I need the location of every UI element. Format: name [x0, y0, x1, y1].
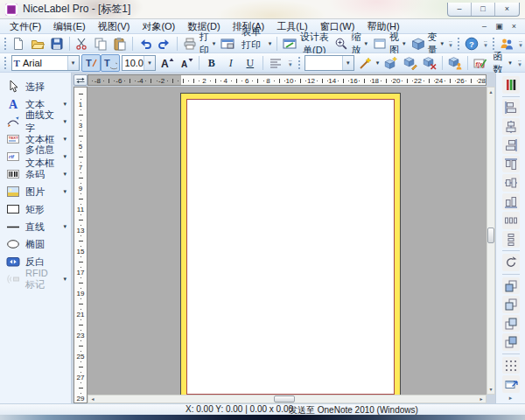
help-button[interactable]: ? [462, 35, 481, 52]
distribute-horizontal-button[interactable] [502, 212, 520, 229]
underline-button[interactable]: U [241, 54, 260, 72]
horizontal-scroll-thumb[interactable] [274, 396, 295, 402]
italic-button[interactable]: I [221, 54, 241, 72]
variable-button[interactable]: 变量▾ [409, 35, 447, 52]
undo-button[interactable] [136, 35, 155, 52]
vertical-scrollbar[interactable]: ▴ ▾ [486, 87, 495, 395]
ruler-tick [471, 79, 472, 83]
menu-file[interactable]: 文件(F) [4, 19, 47, 34]
rightbar-overflow-button[interactable]: ▸ [509, 395, 513, 402]
label-page-design-area[interactable] [186, 99, 395, 395]
toolbar-overflow-button[interactable]: ··▾ [516, 59, 523, 67]
align-right-button[interactable] [502, 136, 520, 154]
tool-ellipse[interactable]: 椭圆 [0, 235, 71, 253]
view-button[interactable]: 视图▾ [370, 35, 409, 52]
tool-picture[interactable]: 图片▾ [0, 183, 71, 200]
zoom-button[interactable]: 缩放▾ [332, 35, 370, 52]
minimize-button[interactable]: – [448, 3, 472, 16]
ruler-tick [79, 325, 83, 326]
rotate-button[interactable] [502, 254, 520, 271]
new-variable-button[interactable] [382, 54, 401, 72]
paste-button[interactable] [110, 35, 130, 52]
cut-button[interactable] [72, 35, 91, 52]
ruler-tick [79, 136, 83, 136]
toolbar-overflow-button[interactable]: ··▾ [448, 39, 453, 48]
grid-dots-button[interactable] [502, 357, 520, 374]
toolbar-overflow-button[interactable]: ··▾ [518, 39, 523, 48]
tool-curved-text[interactable]: 曲线文字▾ [0, 113, 71, 130]
distribute-vertical-button[interactable] [502, 231, 520, 248]
element-colors-button[interactable] [502, 76, 520, 94]
ruler-tick [210, 80, 211, 81]
align-bottom-button[interactable] [502, 193, 520, 211]
bring-forward-button[interactable] [502, 296, 520, 313]
variable-wizard-button[interactable]: ▾ [356, 54, 382, 72]
print-button[interactable]: 打印▾ [180, 35, 219, 52]
tool-rich-text-box-label: 多信息文本框 [25, 144, 57, 170]
align-center-button[interactable] [502, 118, 520, 136]
form-print-button[interactable]: 表单打印(F)▾ [218, 35, 274, 52]
scroll-left-button[interactable]: ◂ [89, 396, 96, 402]
delete-variable-button[interactable] [420, 54, 439, 72]
toolbar-overflow-button[interactable]: ··▾ [287, 59, 294, 67]
scroll-up-button[interactable]: ▴ [487, 88, 494, 95]
menu-view[interactable]: 视图(V) [92, 19, 136, 34]
ruler-tick [79, 94, 83, 94]
canvas-workspace[interactable] [88, 87, 486, 395]
scroll-down-button[interactable]: ▾ [487, 386, 494, 393]
send-backward-button[interactable] [502, 315, 520, 332]
chevron-down-icon[interactable]: ▾ [342, 56, 354, 70]
copy-button[interactable] [91, 35, 110, 52]
scroll-right-button[interactable]: ▸ [478, 396, 485, 402]
bold-button[interactable]: B [202, 54, 221, 72]
send-to-back-button[interactable] [502, 333, 520, 351]
tool-barcode[interactable]: 条码▾ [0, 165, 71, 183]
mdi-close-button[interactable]: × [508, 22, 520, 31]
increase-font-button[interactable]: A [158, 54, 177, 72]
tool-rich-text-box[interactable]: rtf多信息文本框▾ [0, 148, 71, 165]
tool-select[interactable]: 选择 [0, 78, 71, 95]
redo-button[interactable] [155, 35, 174, 52]
edit-variable-button[interactable] [401, 54, 420, 72]
align-center-h-icon [504, 120, 518, 134]
ruler-tick [80, 214, 81, 215]
tool-rectangle[interactable]: 矩形 [0, 200, 71, 218]
chevron-down-icon[interactable]: ▾ [144, 56, 155, 70]
h-ruler-label: -8 [94, 77, 101, 85]
mdi-minimize-button[interactable]: – [479, 22, 490, 31]
mdi-restore-button[interactable]: ▣ [494, 22, 505, 31]
ruler-tick [80, 256, 81, 257]
title-bar: NiceLabel Pro - [标签1] –□× [0, 0, 525, 19]
database-field-combo[interactable]: ▾ [304, 55, 354, 71]
font-name-combo[interactable]: TArial▾ [11, 55, 80, 71]
label-page[interactable] [180, 93, 401, 395]
open-button[interactable] [28, 35, 47, 52]
text-toolbar: TArial▾TT10.0▾AABIU··▾▾▾f(x)函数▾··▾ [0, 53, 525, 73]
vertical-scroll-thumb[interactable] [487, 228, 494, 243]
maximize-button[interactable]: □ [472, 3, 495, 16]
tool-line[interactable]: 直线▾ [0, 218, 71, 235]
h-ruler-label: -2 [158, 77, 164, 85]
align-top-button[interactable] [502, 156, 520, 173]
align-left-button[interactable] [502, 99, 520, 116]
text-align-button[interactable] [266, 54, 285, 72]
decrease-font-button[interactable]: A [177, 54, 196, 72]
functions-button[interactable]: f(x)函数▾ [471, 54, 514, 72]
font-effects-toggle[interactable]: T [101, 54, 120, 72]
bring-to-front-button[interactable] [502, 277, 520, 295]
goto-form-button[interactable] [502, 375, 520, 393]
align-middle-button[interactable] [502, 174, 520, 192]
horizontal-scrollbar[interactable]: ◂ ▸ [88, 395, 486, 403]
design-form-button[interactable]: 设计表单(D) [280, 35, 332, 52]
ruler-origin-button[interactable] [74, 74, 88, 86]
font-style-toggle[interactable]: T [81, 54, 101, 72]
chevron-down-icon[interactable]: ▾ [67, 56, 79, 70]
variable-contents-button[interactable] [445, 54, 465, 72]
menu-edit[interactable]: 编辑(E) [47, 19, 92, 34]
new-button[interactable] [9, 35, 28, 52]
save-button[interactable] [47, 35, 66, 52]
menu-object[interactable]: 对象(O) [136, 19, 181, 34]
toolbar-overflow-button[interactable]: ··▾ [483, 39, 488, 48]
close-button[interactable]: × [495, 3, 519, 16]
font-size-combo[interactable]: 10.0▾ [122, 55, 156, 71]
